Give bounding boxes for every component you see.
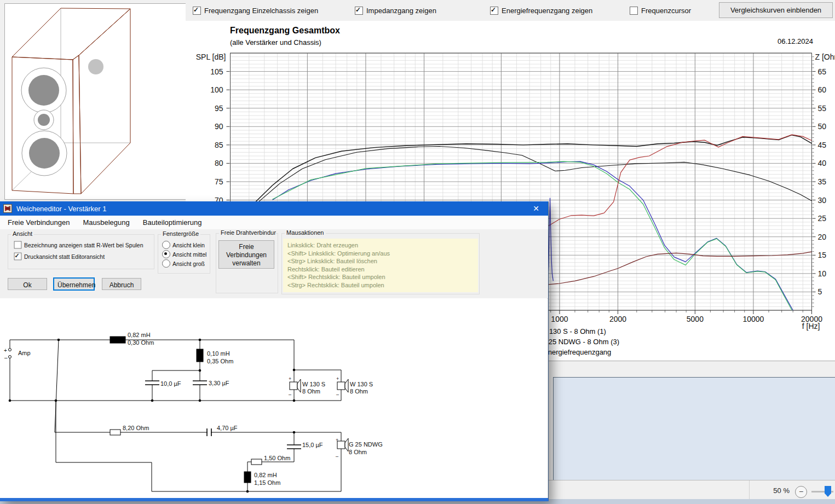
checkbox-icon[interactable] <box>14 253 22 260</box>
checkbox-label: Energiefrequenzgang zeigen <box>502 7 592 15</box>
bass-port <box>88 59 103 74</box>
checkbox-frequenzcursor[interactable]: Frequenzcursor <box>630 6 691 15</box>
chart-title: Frequenzgang Gesamtbox <box>230 26 340 36</box>
checkbox-bezeichnung[interactable]: Bezeichnung anzeigen statt R-Wert bei Sp… <box>14 241 143 249</box>
svg-text:60: 60 <box>818 85 827 94</box>
radio-label: Ansicht klein <box>172 242 205 248</box>
secondary-panel <box>553 377 835 480</box>
svg-text:8 Ohm: 8 Ohm <box>302 388 320 395</box>
svg-text:100: 100 <box>210 85 223 94</box>
checkbox-frequenzgang-einzelchassis[interactable]: Frequenzgang Einzelchassis zeigen <box>193 6 318 15</box>
radio-label: Ansicht groß <box>172 260 205 267</box>
checkbox-druckansicht[interactable]: Druckansicht statt Editoransicht <box>14 252 105 260</box>
chart-toolbar: Frequenzgang Einzelchassis zeigen Impeda… <box>186 0 835 21</box>
svg-text:G 25 NDWG: G 25 NDWG <box>349 441 383 448</box>
radio-ansicht-mittel[interactable]: Ansicht mittel <box>162 250 206 258</box>
radio-ansicht-klein[interactable]: Ansicht klein <box>162 241 205 249</box>
svg-text:8 Ohm: 8 Ohm <box>350 388 368 395</box>
checkbox-impedanzgang[interactable]: Impedanzgang zeigen <box>355 6 436 15</box>
svg-text:+: + <box>289 376 291 381</box>
checkbox-icon[interactable] <box>355 7 363 15</box>
group-label: Mausaktionen <box>285 229 326 236</box>
svg-text:10: 10 <box>818 269 827 278</box>
svg-text:1,15 Ohm: 1,15 Ohm <box>254 479 280 486</box>
svg-text:+: + <box>336 437 338 443</box>
svg-text:35: 35 <box>818 177 827 186</box>
dialog-titlebar[interactable]: Weicheneditor - Verstärker 1 ✕ <box>0 201 548 216</box>
svg-text:W 130 S: W 130 S <box>302 381 325 387</box>
speaker-box-drawing <box>5 4 186 199</box>
svg-text:Amp: Amp <box>18 350 31 356</box>
close-icon[interactable]: ✕ <box>529 203 543 214</box>
checkbox-icon[interactable] <box>630 7 638 15</box>
zoom-level-label: 50 % <box>768 486 790 495</box>
svg-text:40: 40 <box>818 159 827 167</box>
checkbox-label: Druckansicht statt Editoransicht <box>24 253 105 260</box>
maus-line: <Strg> Linksklick: Bauteil löschen <box>287 257 474 265</box>
svg-text:25: 25 <box>818 214 827 223</box>
svg-text:8 Ohm: 8 Ohm <box>349 449 367 455</box>
svg-text:W 130 S: W 130 S <box>350 381 373 387</box>
svg-text:50: 50 <box>818 122 827 131</box>
chart-date: 06.12.2024 <box>761 37 813 45</box>
svg-text:–: – <box>336 392 339 397</box>
radio-icon[interactable] <box>162 250 170 258</box>
checkbox-icon[interactable] <box>193 7 201 15</box>
menu-mausbelegung[interactable]: Mausbelegung <box>77 216 135 229</box>
app-window: Frequenzgang Einzelchassis zeigen Impeda… <box>0 0 835 504</box>
svg-text:–: – <box>336 454 338 459</box>
svg-text:0,10 mH: 0,10 mH <box>207 350 230 357</box>
svg-text:f [Hz]: f [Hz] <box>802 322 820 331</box>
group-freie-drahtverbindung: Freie Drahtverbindungen Freie Verbindung… <box>216 233 278 293</box>
svg-text:10000: 10000 <box>742 315 764 323</box>
dialog-title: Weicheneditor - Verstärker 1 <box>16 205 107 213</box>
app-icon <box>3 204 12 213</box>
freie-verbindungen-verwalten-button[interactable]: Freie Verbindungen verwalten <box>218 240 274 269</box>
svg-text:105: 105 <box>210 67 223 76</box>
lower-strip <box>548 361 835 378</box>
radio-ansicht-gross[interactable]: Ansicht groß <box>162 259 205 268</box>
svg-text:2000: 2000 <box>609 315 626 323</box>
svg-text:5: 5 <box>818 287 822 296</box>
ok-button[interactable]: Ok <box>8 278 47 290</box>
checkbox-icon[interactable] <box>14 241 22 249</box>
svg-text:+: + <box>336 376 339 381</box>
svg-text:4,70 µF: 4,70 µF <box>217 425 238 431</box>
svg-text:80: 80 <box>215 159 223 167</box>
checkbox-label: Frequenzgang Einzelchassis zeigen <box>204 7 318 15</box>
group-ansicht: Ansicht Bezeichnung anzeigen statt R-Wer… <box>8 234 154 269</box>
abbruch-button[interactable]: Abbruch <box>102 278 141 290</box>
checkbox-energiefrequenzgang[interactable]: Energiefrequenzgang zeigen <box>490 6 592 15</box>
maus-line: Rechtsklick: Bauteil editieren <box>287 265 474 274</box>
svg-text:65: 65 <box>818 67 827 76</box>
svg-text:–: – <box>289 392 291 397</box>
crossover-schematic[interactable]: +–Amp0,82 mH0,30 Ohm0,10 mH0,35 Ohm10,0 … <box>0 298 547 498</box>
dialog-options: Ansicht Bezeichnung anzeigen statt R-Wer… <box>0 229 548 299</box>
svg-text:1,50 Ohm: 1,50 Ohm <box>264 455 290 461</box>
chart-subtitle: (alle Verstärker und Chassis) <box>230 38 321 47</box>
radio-label: Ansicht mittel <box>172 251 206 258</box>
svg-text:95: 95 <box>215 104 223 113</box>
svg-text:3,30 µF: 3,30 µF <box>209 380 229 386</box>
zoom-out-button[interactable]: − <box>795 486 807 498</box>
group-label: Ansicht <box>11 230 34 237</box>
menu-freie-verbindungen[interactable]: Freie Verbindungen <box>2 216 75 229</box>
svg-text:5000: 5000 <box>687 315 704 323</box>
svg-text:1000: 1000 <box>551 315 568 323</box>
checkbox-icon[interactable] <box>490 7 498 15</box>
status-separator <box>749 480 750 499</box>
group-label: Fenstergröße <box>161 230 200 237</box>
status-bar <box>548 480 835 500</box>
svg-text:Z [Ohm]: Z [Ohm] <box>815 53 835 61</box>
uebernehmen-button[interactable]: Übernehmen <box>54 278 94 290</box>
svg-text:SPL [dB]: SPL [dB] <box>196 53 226 61</box>
vergleichskurven-button[interactable]: Vergleichskurven einblenden <box>719 2 833 18</box>
menu-bauteiloptimierung[interactable]: Bauteiloptimierung <box>137 216 208 229</box>
radio-icon[interactable] <box>162 259 170 268</box>
maus-line: <Shift> Rechtsklick: Bauteil umpolen <box>287 273 474 281</box>
box-preview-panel <box>4 3 187 200</box>
svg-text:55: 55 <box>818 104 827 113</box>
radio-icon[interactable] <box>162 241 170 249</box>
svg-text:15,0 µF: 15,0 µF <box>302 442 323 448</box>
dialog-menubar: Freie Verbindungen Mausbelegung Bauteilo… <box>0 216 548 230</box>
